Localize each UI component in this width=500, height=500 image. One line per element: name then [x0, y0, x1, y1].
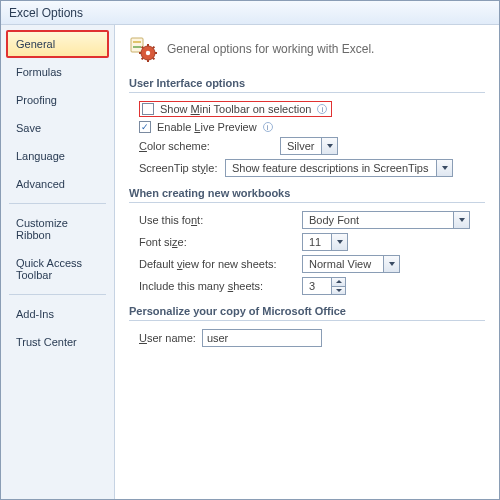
nav-trust-center[interactable]: Trust Center: [7, 329, 108, 355]
combo-value: Body Font: [303, 212, 453, 228]
row-use-font: Use this font: Body Font: [139, 211, 485, 229]
chevron-down-icon[interactable]: [321, 138, 337, 154]
combo-value: Show feature descriptions in ScreenTips: [226, 160, 436, 176]
input-user-name[interactable]: user: [202, 329, 322, 347]
nav-language[interactable]: Language: [7, 143, 108, 169]
label-use-font: Use this font:: [139, 214, 274, 226]
checkbox-enable-live-preview[interactable]: [139, 121, 151, 133]
nav-customize-ribbon[interactable]: Customize Ribbon: [7, 210, 108, 248]
titlebar: Excel Options: [1, 1, 499, 25]
label-font-size: Font size:: [139, 236, 274, 248]
chevron-down-icon[interactable]: [331, 234, 347, 250]
window-body: General Formulas Proofing Save Language …: [1, 25, 499, 499]
svg-rect-2: [133, 41, 141, 43]
combo-color-scheme[interactable]: Silver: [280, 137, 338, 155]
spinner-value: 3: [303, 278, 331, 294]
combo-value: Normal View: [303, 256, 383, 272]
chevron-down-icon[interactable]: [436, 160, 452, 176]
combo-value: 11: [303, 234, 331, 250]
row-show-mini-toolbar: Show Mini Toolbar on selection: [139, 101, 485, 117]
page-subtitle: General options for working with Excel.: [167, 42, 374, 56]
label-show-mini-toolbar: Show Mini Toolbar on selection: [160, 103, 311, 115]
options-window: Excel Options General Formulas Proofing …: [0, 0, 500, 500]
chevron-down-icon[interactable]: [332, 287, 345, 295]
section-new-workbooks: When creating new workbooks: [129, 187, 485, 203]
content-pane: General options for working with Excel. …: [115, 25, 499, 499]
section-ui-options: User Interface options: [129, 77, 485, 93]
svg-point-4: [146, 51, 150, 55]
row-screentip-style: ScreenTip style: Show feature descriptio…: [139, 159, 485, 177]
nav-divider: [9, 294, 106, 295]
nav-general[interactable]: General: [7, 31, 108, 57]
combo-value: Silver: [281, 138, 321, 154]
settings-icon: [129, 35, 157, 63]
nav-quick-access-toolbar[interactable]: Quick Access Toolbar: [7, 250, 108, 288]
nav-formulas[interactable]: Formulas: [7, 59, 108, 85]
checkbox-show-mini-toolbar[interactable]: [142, 103, 154, 115]
svg-rect-1: [133, 46, 141, 48]
row-font-size: Font size: 11: [139, 233, 485, 251]
label-enable-live-preview: Enable Live Preview: [157, 121, 257, 133]
row-include-sheets: Include this many sheets: 3: [139, 277, 485, 295]
combo-font-size[interactable]: 11: [302, 233, 348, 251]
label-user-name: User name:: [139, 332, 196, 344]
label-screentip-style: ScreenTip style:: [139, 162, 219, 174]
nav-save[interactable]: Save: [7, 115, 108, 141]
highlight-box: Show Mini Toolbar on selection: [139, 101, 332, 117]
nav-add-ins[interactable]: Add-Ins: [7, 301, 108, 327]
combo-default-view[interactable]: Normal View: [302, 255, 400, 273]
info-icon[interactable]: [263, 122, 273, 132]
label-color-scheme: Color scheme:: [139, 140, 274, 152]
nav-advanced[interactable]: Advanced: [7, 171, 108, 197]
input-value: user: [207, 332, 228, 344]
page-header: General options for working with Excel.: [129, 35, 485, 63]
nav-divider: [9, 203, 106, 204]
combo-use-font[interactable]: Body Font: [302, 211, 470, 229]
combo-screentip-style[interactable]: Show feature descriptions in ScreenTips: [225, 159, 453, 177]
nav-proofing[interactable]: Proofing: [7, 87, 108, 113]
chevron-down-icon[interactable]: [453, 212, 469, 228]
label-include-sheets: Include this many sheets:: [139, 280, 296, 292]
info-icon[interactable]: [317, 104, 327, 114]
section-personalize: Personalize your copy of Microsoft Offic…: [129, 305, 485, 321]
window-title: Excel Options: [9, 6, 83, 20]
row-color-scheme: Color scheme: Silver: [139, 137, 485, 155]
chevron-down-icon[interactable]: [383, 256, 399, 272]
row-enable-live-preview: Enable Live Preview: [139, 121, 485, 133]
row-user-name: User name: user: [139, 329, 485, 347]
spinner-buttons: [331, 278, 345, 294]
sidebar: General Formulas Proofing Save Language …: [1, 25, 115, 499]
chevron-up-icon[interactable]: [332, 278, 345, 287]
row-default-view: Default view for new sheets: Normal View: [139, 255, 485, 273]
spinner-include-sheets[interactable]: 3: [302, 277, 346, 295]
label-default-view: Default view for new sheets:: [139, 258, 296, 270]
